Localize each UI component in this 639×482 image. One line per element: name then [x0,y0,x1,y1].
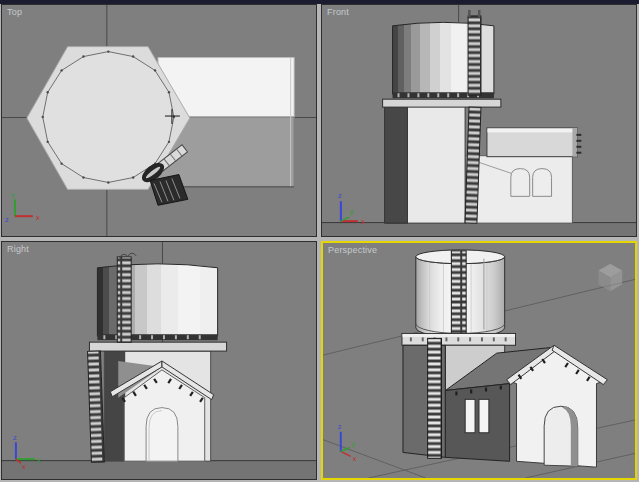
z-axis-label: z [338,192,342,200]
side-window-pane [479,399,489,432]
z-axis-label: z [338,423,342,431]
y-axis-label: y [352,440,356,448]
viewport-grid: Top [0,0,639,482]
viewport-top[interactable]: Top [1,4,317,237]
front-view-canvas[interactable]: z x y [322,5,636,236]
water-tank [97,264,217,336]
viewport-perspective[interactable]: Perspective [321,241,637,480]
viewport-right[interactable]: Right [1,241,317,480]
viewport-label-front[interactable]: Front [327,7,349,17]
house-side-wall [445,384,509,462]
axis-tripod-icon: z x y [338,192,365,226]
top-view-canvas[interactable]: y x z [2,5,316,236]
lower-ladder [428,338,442,458]
y-axis-label: y [37,456,41,464]
tank-ladder [117,257,131,342]
viewport-label-perspective[interactable]: Perspective [328,245,377,255]
ground [2,461,316,479]
z-axis-label: z [13,434,17,442]
house-front [465,128,581,223]
z-axis-label: z [5,216,9,224]
side-window-pane [465,399,475,432]
arched-door [146,408,178,462]
viewport-front[interactable]: Front [321,4,637,237]
tank-ladder [468,16,481,95]
x-axis-label: x [353,455,357,463]
viewport-label-right[interactable]: Right [7,244,29,254]
x-axis-label: x [22,463,26,471]
water-tower-model [402,250,607,467]
y-axis-label: y [350,208,354,216]
lower-ladder [88,351,105,462]
x-axis-label: x [361,218,365,226]
right-view-canvas[interactable]: z y x [2,242,316,479]
axis-tripod-icon: z x y [338,423,357,463]
x-axis-label: x [36,214,40,222]
ground [322,223,636,236]
y-axis-label: y [11,191,15,199]
perspective-view-canvas[interactable]: z x y [323,243,635,478]
axis-tripod-icon: y x z [5,191,40,224]
viewport-label-top[interactable]: Top [7,7,22,17]
tank-ladder [451,251,466,336]
